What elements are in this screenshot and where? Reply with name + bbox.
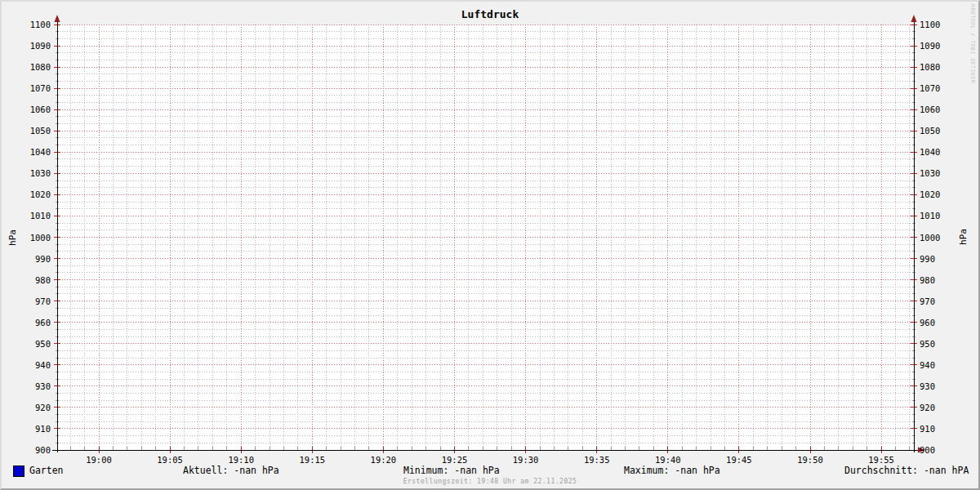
stat-maximum: Maximum: -nan hPa — [624, 465, 720, 477]
x-tick-label: 19:25 — [430, 454, 479, 466]
x-tick-label: 19:10 — [216, 454, 265, 466]
y-tick-label-left: 1020 — [5, 189, 51, 200]
y-tick-label-left: 1090 — [5, 40, 51, 51]
series-color-swatch — [13, 466, 24, 477]
y-tick-label-right: 1040 — [920, 146, 969, 158]
y-tick-label-right: 1050 — [920, 125, 969, 136]
y-tick-label-right: 1090 — [920, 40, 969, 51]
y-tick-label-left: 1040 — [5, 146, 51, 158]
y-tick-label-right: 1070 — [920, 82, 969, 94]
x-tick-label: 19:15 — [287, 454, 336, 466]
y-tick-label-right: 910 — [920, 423, 969, 434]
stat-durchschnitt: Durchschnitt: -nan hPA — [844, 465, 969, 477]
y-tick-label-left: 1000 — [5, 232, 51, 243]
rrdtool-watermark: RRDTOOL / TOBI OETIKER — [969, 4, 976, 83]
y-tick-label-left: 980 — [5, 274, 51, 286]
y-tick-label-left: 940 — [5, 359, 51, 371]
x-tick-label: 19:55 — [857, 454, 906, 466]
y-tick-label-right: 1060 — [920, 104, 969, 115]
y-tick-label-left: 970 — [5, 296, 51, 307]
x-tick-label: 19:50 — [786, 454, 835, 466]
legend-and-stats-row: Garten Aktuell: -nan hPa Minimum: -nan h… — [2, 465, 978, 478]
y-tick-label-right: 920 — [920, 402, 969, 413]
stat-aktuell: Aktuell: -nan hPa — [183, 465, 279, 477]
chart-canvas — [2, 2, 980, 490]
creation-timestamp: Erstellungszeit: 19:48 Uhr am 22.11.2025 — [2, 478, 978, 485]
y-tick-label-right: 970 — [920, 296, 969, 307]
chart-title: Luftdruck — [2, 8, 978, 20]
y-tick-label-right: 990 — [920, 253, 969, 265]
x-tick-label: 19:45 — [715, 454, 764, 466]
y-tick-label-left: 990 — [5, 253, 51, 265]
y-tick-label-left: 920 — [5, 402, 51, 413]
y-tick-label-right: 960 — [920, 317, 969, 328]
y-tick-label-right: 950 — [920, 338, 969, 350]
series-legend-label: Garten — [29, 465, 64, 477]
x-tick-label: 19:20 — [359, 454, 408, 466]
y-tick-label-left: 1030 — [5, 167, 51, 179]
x-tick-label: 19:30 — [501, 454, 550, 466]
y-tick-label-left: 1100 — [5, 19, 51, 30]
stat-minimum: Minimum: -nan hPa — [403, 465, 500, 477]
y-tick-label-right: 1100 — [920, 19, 969, 30]
y-tick-label-right: 900 — [920, 444, 969, 456]
y-tick-label-right: 1020 — [920, 189, 969, 200]
y-tick-label-left: 1060 — [5, 104, 51, 115]
y-tick-label-left: 1070 — [5, 82, 51, 94]
y-tick-label-left: 950 — [5, 338, 51, 350]
y-tick-label-left: 900 — [5, 444, 51, 456]
y-tick-label-right: 1000 — [920, 232, 969, 243]
y-tick-label-right: 930 — [920, 381, 969, 392]
y-tick-label-right: 980 — [920, 274, 969, 286]
y-tick-label-right: 940 — [920, 359, 969, 371]
y-tick-label-left: 910 — [5, 423, 51, 434]
rrdtool-graph: Luftdruck hPa hPa 1100110010901090108010… — [0, 0, 980, 490]
y-tick-label-left: 1010 — [5, 210, 51, 221]
y-tick-label-left: 960 — [5, 317, 51, 328]
y-tick-label-right: 1080 — [920, 61, 969, 73]
y-tick-label-right: 1030 — [920, 167, 969, 179]
x-tick-label: 19:35 — [572, 454, 621, 466]
y-tick-label-left: 1050 — [5, 125, 51, 136]
x-tick-label: 19:05 — [145, 454, 194, 466]
y-tick-label-right: 1010 — [920, 210, 969, 221]
y-tick-label-left: 930 — [5, 381, 51, 392]
y-tick-label-left: 1080 — [5, 61, 51, 73]
x-tick-label: 19:00 — [74, 454, 123, 466]
x-tick-label: 19:40 — [644, 454, 693, 466]
